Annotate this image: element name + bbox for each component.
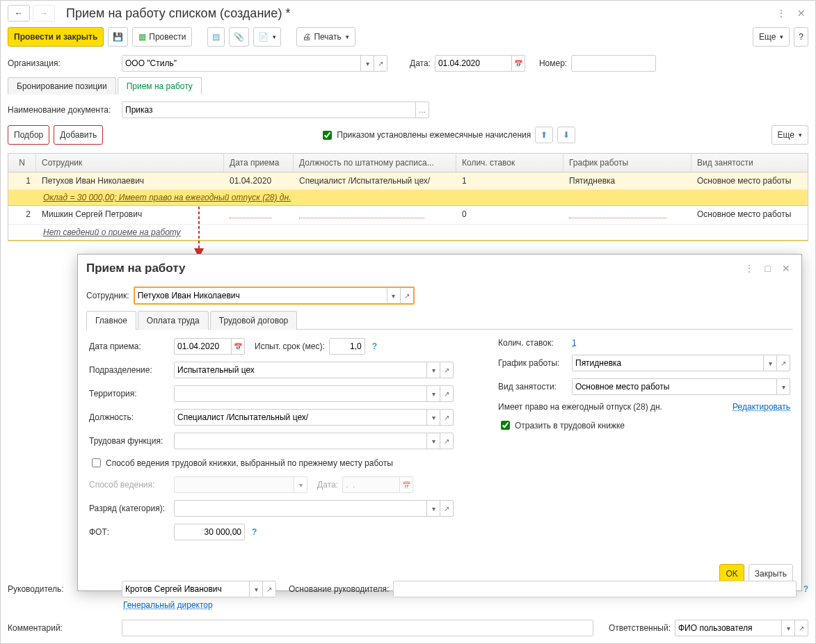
table-more-button[interactable]: Еще▾ (771, 125, 808, 145)
number-label: Номер: (539, 58, 567, 68)
dropdown-icon[interactable]: ▾ (426, 410, 440, 425)
help-button[interactable]: ? (794, 27, 808, 47)
dropdown-icon[interactable]: ▾ (426, 433, 440, 449)
basis-input[interactable] (394, 581, 795, 597)
org-label: Организация: (8, 58, 118, 68)
modal-tab-salary[interactable]: Оплата труда (138, 311, 209, 330)
print-button[interactable]: 🖨Печать▾ (296, 27, 355, 47)
help-icon[interactable]: ? (252, 527, 257, 537)
org-input[interactable] (122, 56, 360, 71)
sched-input[interactable] (573, 355, 763, 371)
vacation-text: Имеет право на ежегодный отпуск (28) дн. (498, 402, 662, 412)
save-button[interactable]: 💾 (108, 27, 128, 47)
modal-tab-main[interactable]: Главное (86, 311, 136, 330)
trial-input[interactable] (330, 339, 365, 354)
col-type[interactable]: Вид занятости (691, 154, 808, 172)
rank-input[interactable] (175, 501, 426, 516)
open-icon[interactable]: ↗ (400, 288, 413, 303)
dropdown-icon[interactable]: ▾ (426, 386, 440, 401)
post-button[interactable]: ▦Провести (132, 27, 192, 47)
open-icon[interactable]: ↗ (440, 433, 453, 449)
dropdown-icon[interactable]: ▾ (387, 288, 400, 303)
resp-label: Ответственный: (609, 623, 671, 633)
open-icon[interactable]: ↗ (794, 620, 808, 636)
col-position[interactable]: Должность по штатному расписа... (294, 154, 456, 172)
dropdown-icon[interactable]: ▾ (781, 620, 794, 636)
open-icon[interactable]: ↗ (374, 56, 387, 71)
tab-booking[interactable]: Бронирование позиции (8, 77, 116, 95)
move-up-button[interactable]: ⬆ (535, 127, 553, 143)
dropdown-icon[interactable]: ▾ (763, 355, 776, 371)
maximize-icon[interactable]: □ (762, 261, 774, 275)
based-on-button[interactable]: 📄▾ (253, 27, 281, 47)
pos-input[interactable] (175, 410, 426, 425)
open-icon[interactable]: ↗ (440, 362, 453, 378)
open-icon[interactable]: ↗ (776, 355, 790, 371)
rate-link[interactable]: 1 (572, 338, 577, 348)
kebab-icon[interactable]: ⋮ (742, 261, 757, 275)
more-button[interactable]: Еще▾ (753, 27, 790, 47)
col-employee[interactable]: Сотрудник (36, 154, 224, 172)
col-n[interactable]: N (8, 154, 36, 172)
table-row[interactable]: 2 Мишкин Сергей Петрович 0 Основное мест… (8, 206, 808, 225)
calendar-icon[interactable]: 📅 (511, 56, 525, 71)
detail-row[interactable]: Оклад = 30 000,00; Имеет право на ежегод… (8, 190, 808, 206)
number-input[interactable] (572, 56, 655, 71)
date-label: Дата: (410, 58, 431, 68)
dropdown-icon[interactable]: ▾ (426, 501, 440, 516)
nav-forward-button[interactable]: → (33, 5, 55, 22)
post-and-close-button[interactable]: Провести и закрыть (8, 27, 104, 47)
nav-back-button[interactable]: ← (8, 5, 30, 22)
doc-name-input[interactable] (122, 102, 415, 118)
col-rate[interactable]: Колич. ставок (456, 154, 563, 172)
modal-date-input[interactable] (175, 339, 231, 354)
workbook-method-checkbox[interactable]: Способ ведения трудовой книжки, выбранны… (89, 456, 393, 469)
type-input[interactable] (573, 379, 776, 394)
head-input[interactable] (122, 581, 249, 597)
detail-row[interactable]: Нет сведений о приеме на работу (8, 225, 808, 241)
rate-label: Колич. ставок: (498, 338, 568, 348)
fot-label: ФОТ: (89, 527, 170, 537)
modal-tab-contract[interactable]: Трудовой договор (210, 311, 297, 330)
func-input[interactable] (175, 433, 426, 449)
attach-button[interactable]: 📎 (229, 27, 249, 47)
tab-hiring[interactable]: Прием на работу (118, 77, 202, 95)
dropdown-icon: ▾ (294, 477, 307, 492)
ellipsis-icon[interactable]: … (415, 102, 429, 118)
fot-input[interactable] (175, 524, 244, 540)
edit-link[interactable]: Редактировать (733, 402, 790, 412)
dropdown-icon[interactable]: ▾ (360, 56, 374, 71)
dept-input[interactable] (175, 362, 426, 378)
date-input[interactable] (435, 56, 511, 71)
dropdown-icon[interactable]: ▾ (249, 581, 262, 597)
monthly-checkbox[interactable]: Приказом установлены ежемесячные начисле… (320, 129, 531, 142)
close-icon[interactable]: ✕ (779, 261, 793, 275)
report-icon: ▤ (212, 32, 220, 42)
close-icon[interactable]: ✕ (794, 6, 808, 20)
reflect-checkbox[interactable]: Отразить в трудовой книжке (498, 419, 625, 432)
select-button[interactable]: Подбор (8, 125, 49, 145)
resp-input[interactable] (675, 620, 781, 636)
move-down-button[interactable]: ⬇ (557, 127, 575, 143)
dropdown-icon[interactable]: ▾ (776, 379, 790, 394)
open-icon[interactable]: ↗ (440, 501, 453, 516)
open-icon[interactable]: ↗ (440, 410, 453, 425)
add-button[interactable]: Добавить (54, 125, 103, 145)
kebab-icon[interactable]: ⋮ (774, 6, 789, 20)
open-icon[interactable]: ↗ (440, 386, 453, 401)
modal-emp-input[interactable] (135, 288, 387, 303)
head-title-link[interactable]: Генеральный директор (123, 600, 213, 610)
dropdown-icon[interactable]: ▾ (426, 362, 440, 378)
col-date[interactable]: Дата приема (224, 154, 294, 172)
comment-input[interactable] (122, 620, 593, 636)
terr-input[interactable] (175, 386, 426, 401)
workbook-method-label: Способ ведения трудовой книжки, выбранны… (106, 458, 393, 468)
report-button[interactable]: ▤ (207, 27, 225, 47)
save-icon: 💾 (113, 32, 123, 42)
open-icon[interactable]: ↗ (262, 581, 275, 597)
col-schedule[interactable]: График работы (563, 154, 691, 172)
calendar-icon[interactable]: 📅 (231, 339, 244, 354)
help-icon[interactable]: ? (372, 341, 377, 351)
table-row[interactable]: 1 Петухов Иван Николаевич 01.04.2020 Спе… (8, 172, 808, 190)
help-icon[interactable]: ? (803, 584, 808, 594)
